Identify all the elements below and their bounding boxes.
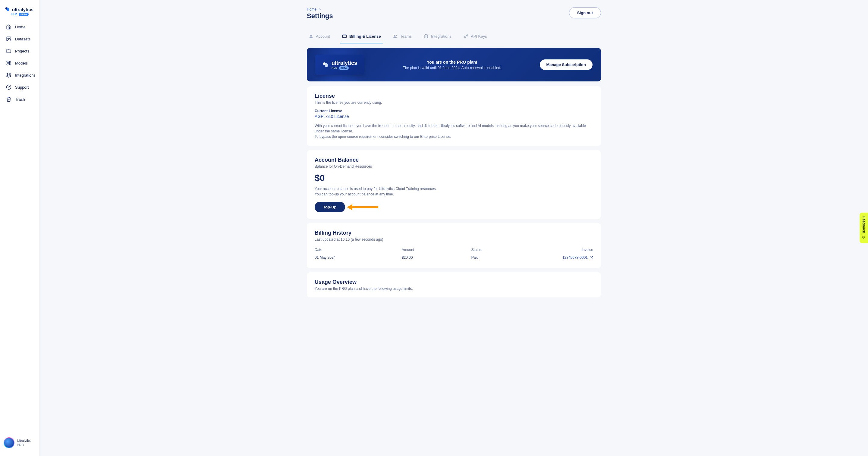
banner-logo-card: ultralytics HUB BETA (315, 55, 364, 75)
svg-point-9 (394, 35, 396, 36)
breadcrumb-home[interactable]: Home (307, 7, 316, 11)
svg-point-6 (310, 35, 312, 36)
svg-line-14 (591, 256, 593, 258)
brand-name: ultralytics (12, 7, 33, 12)
sidebar-item-label: Support (15, 85, 29, 90)
sidebar-item-support[interactable]: Support (2, 81, 37, 93)
tab-integrations[interactable]: Integrations (422, 31, 453, 44)
image-icon (6, 36, 11, 41)
sidebar: ultralytics HUB BETA Home Datasets Proje… (0, 0, 40, 456)
license-link[interactable]: AGPL-3.0 License (315, 114, 349, 119)
brand-sub: HUB BETA (11, 13, 35, 16)
help-icon (6, 84, 11, 90)
command-icon (6, 60, 11, 66)
top-up-button[interactable]: Top-Up (315, 202, 345, 212)
feedback-tab[interactable]: Feedback ☺ (860, 212, 868, 243)
svg-point-2 (7, 38, 8, 38)
usage-title: Usage Overview (315, 279, 593, 285)
sidebar-item-models[interactable]: Models (2, 57, 37, 69)
svg-point-10 (396, 35, 397, 36)
sidebar-item-label: Trash (15, 97, 25, 102)
sidebar-item-datasets[interactable]: Datasets (2, 33, 37, 45)
sidebar-item-label: Datasets (15, 37, 30, 41)
sidebar-item-label: Home (15, 25, 26, 29)
smile-icon: ☺ (861, 235, 866, 240)
invoice-link[interactable]: 12345678-0001 (541, 255, 593, 260)
current-license-label: Current License (315, 109, 593, 113)
usage-sub: You are on the PRO plan and have the fol… (315, 286, 593, 291)
folder-icon (6, 48, 11, 54)
balance-title: Account Balance (315, 157, 593, 163)
balance-sub: Balance for On-Demand Resources (315, 164, 593, 169)
history-title: Billing History (315, 230, 593, 236)
page-title: Settings (307, 12, 333, 20)
settings-tabs: Account Billing & License Teams Integrat… (307, 22, 601, 44)
account-balance-card: Account Balance Balance for On-Demand Re… (307, 150, 601, 219)
license-card: License This is the license you are curr… (307, 86, 601, 146)
table-header: Date Amount Status Invoice (315, 246, 593, 254)
manage-subscription-button[interactable]: Manage Subscription (540, 59, 592, 70)
license-title: License (315, 93, 593, 99)
logo-mark-icon (5, 7, 10, 12)
avatar (4, 437, 14, 448)
balance-amount: $0 (315, 173, 593, 183)
sidebar-item-trash[interactable]: Trash (2, 93, 37, 105)
banner-subtitle: The plan is valid until 01 June 2024. Au… (403, 66, 501, 70)
layers-icon (6, 73, 11, 78)
plan-banner: ultralytics HUB BETA You are on the PRO … (307, 48, 601, 81)
svg-rect-7 (342, 35, 346, 37)
sidebar-item-label: Models (15, 61, 28, 65)
logo-mark-icon (322, 61, 329, 68)
cell-status: Paid (471, 255, 541, 260)
key-icon (464, 34, 468, 38)
card-icon (342, 34, 347, 38)
sidebar-item-home[interactable]: Home (2, 21, 37, 33)
breadcrumb: Home > (307, 7, 333, 11)
table-row: 01 May 2024 $20.00 Paid 12345678-0001 (315, 254, 593, 261)
svg-marker-3 (7, 73, 11, 76)
user-name: Ultralytics (17, 438, 31, 443)
usage-overview-card: Usage Overview You are on the PRO plan a… (307, 272, 601, 297)
layers-icon (424, 34, 429, 38)
user-icon (309, 34, 313, 38)
group-icon (393, 34, 398, 38)
license-sub: This is the license you are currently us… (315, 101, 593, 105)
banner-title: You are on the PRO plan! (403, 60, 501, 64)
sidebar-item-label: Projects (15, 49, 29, 53)
history-sub: Last updated at 16:16 (a few seconds ago… (315, 237, 593, 241)
user-plan: PRO (17, 443, 31, 447)
main: Home > Settings Sign out Account Billing… (40, 0, 868, 456)
tab-teams[interactable]: Teams (391, 31, 413, 44)
home-icon (6, 24, 11, 30)
tab-account[interactable]: Account (307, 31, 332, 44)
external-link-icon (590, 256, 593, 259)
sidebar-nav: Home Datasets Projects Models Integratio… (0, 21, 39, 105)
cell-date: 01 May 2024 (315, 255, 402, 260)
tab-api-keys[interactable]: API Keys (462, 31, 489, 44)
trash-icon (6, 96, 11, 102)
sidebar-item-projects[interactable]: Projects (2, 45, 37, 57)
user-chip[interactable]: Ultralytics PRO (0, 434, 39, 451)
tab-billing-license[interactable]: Billing & License (340, 31, 383, 44)
cell-amount: $20.00 (402, 255, 471, 260)
sidebar-item-integrations[interactable]: Integrations (2, 69, 37, 81)
sign-out-button[interactable]: Sign out (569, 7, 601, 19)
annotation-arrow-icon (347, 204, 378, 210)
brand-logo[interactable]: ultralytics HUB BETA (0, 5, 39, 21)
sidebar-item-label: Integrations (15, 73, 36, 78)
billing-history-card: Billing History Last updated at 16:16 (a… (307, 223, 601, 268)
svg-marker-11 (424, 34, 428, 36)
